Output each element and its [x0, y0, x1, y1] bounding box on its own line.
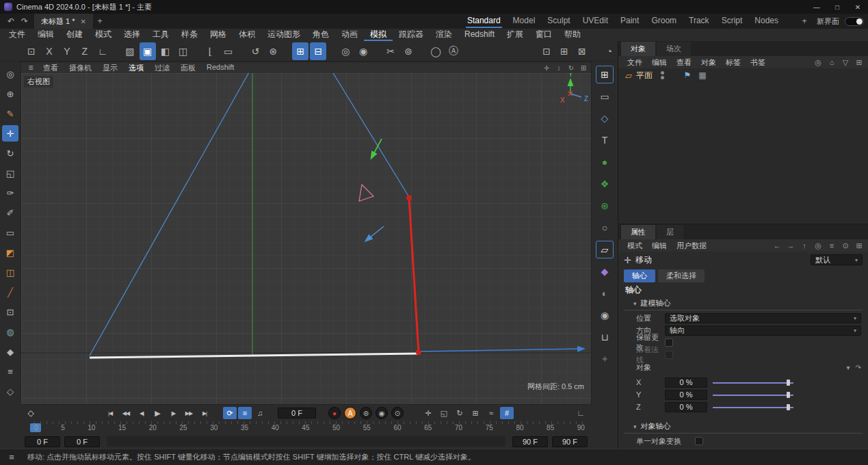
vp-menu-redshift[interactable]: Redshift	[202, 63, 238, 73]
axis-endpoint-bottom[interactable]	[416, 349, 421, 355]
axis-modify-button[interactable]: ⌊	[202, 42, 219, 60]
layout-standard[interactable]: Standard	[466, 14, 502, 28]
filter-icon[interactable]: ≡	[827, 241, 837, 250]
range-start-field[interactable]	[25, 436, 60, 447]
interactive-render-button[interactable]: ◔	[601, 42, 618, 60]
selection-paint-icon[interactable]: ✎	[2, 105, 18, 122]
goto-start-button[interactable]: |◀	[103, 407, 118, 419]
axis-lock-x-button[interactable]: X	[41, 42, 57, 60]
mode-tab-axis[interactable]: 轴心	[624, 269, 655, 282]
quantize-button[interactable]: ⊟	[310, 42, 326, 60]
layout-groom[interactable]: Groom	[650, 14, 678, 28]
record-pla-button[interactable]: ≈	[484, 407, 498, 419]
next-key-button[interactable]: ▶▶	[181, 407, 196, 419]
tweak-mode-button[interactable]: ⊛	[265, 42, 281, 60]
menu-volume[interactable]: 体积	[233, 29, 261, 41]
up-icon[interactable]: ↑	[800, 241, 809, 250]
viewport-menu-icon[interactable]: ≡	[24, 62, 38, 74]
x-percent-field[interactable]	[665, 377, 707, 388]
om-menu-edit[interactable]: 编辑	[647, 56, 672, 68]
redo-icon[interactable]: ↷	[18, 15, 31, 27]
preview-start-field[interactable]	[64, 436, 100, 447]
viewport-solo-icon[interactable]: ⊡	[23, 42, 40, 60]
record-parameter-button[interactable]: ⊞	[469, 407, 482, 419]
make-editable-button[interactable]: ▨	[122, 42, 138, 60]
pan-view-icon[interactable]: ✛	[542, 63, 551, 72]
environment-icon[interactable]: ◐	[596, 284, 614, 302]
reset-psr-button[interactable]: ↺	[247, 42, 263, 60]
sketch-spline-button[interactable]: ✐	[2, 204, 18, 221]
layout-uvedit[interactable]: UVEdit	[581, 14, 609, 28]
layout-paint[interactable]: Paint	[619, 14, 640, 28]
panel-icon[interactable]: ⊞	[854, 241, 864, 250]
menu-character[interactable]: 角色	[306, 29, 335, 41]
minimize-button[interactable]: —	[806, 0, 827, 14]
stage-object-icon[interactable]: ⊔	[596, 328, 614, 346]
frame-mode-button[interactable]: ▭	[220, 42, 237, 60]
bevel-tool-button[interactable]: ◆	[2, 343, 18, 360]
rectangle-spline-button[interactable]: ▭	[2, 224, 18, 241]
menu-tracker[interactable]: 跟踪器	[393, 29, 430, 41]
focus-icon[interactable]: ⊙	[841, 241, 850, 250]
volume-builder-button[interactable]: ◍	[2, 323, 18, 340]
extrude-primitive-button[interactable]: ◫	[2, 264, 18, 280]
rotate-tool-button[interactable]: ↻	[2, 145, 18, 161]
menu-window[interactable]: 窗口	[529, 29, 558, 41]
text-object-icon[interactable]: T	[596, 131, 614, 149]
axis-endpoint-top[interactable]	[406, 195, 412, 200]
props-menu-userdata[interactable]: 用户数据	[672, 239, 711, 252]
modeling-settings-button[interactable]: ✂	[382, 42, 399, 60]
phong-tag-icon[interactable]: ⚑	[682, 70, 693, 81]
texture-mode-button[interactable]: ◧	[157, 42, 174, 60]
cube-object-icon[interactable]: ◇	[596, 109, 614, 127]
add-tab-button[interactable]: +	[93, 15, 107, 27]
status-menu-icon[interactable]: ≡	[5, 451, 18, 464]
om-menu-view[interactable]: 查看	[672, 56, 696, 68]
vp-menu-cameras[interactable]: 摄像机	[65, 63, 96, 73]
record-position-button[interactable]: ✛	[421, 407, 435, 419]
menu-help[interactable]: 帮助	[558, 29, 587, 41]
om-tab-objects[interactable]: 对象	[621, 42, 655, 56]
stamp-tool-button[interactable]: ⊡	[2, 304, 18, 320]
menu-redshift[interactable]: Redshift	[458, 29, 501, 41]
zoom-icon[interactable]: ◎	[2, 66, 18, 82]
modeling-axis-group-header[interactable]: ▾ 建模轴心	[624, 297, 863, 310]
slider-thumb[interactable]	[787, 392, 790, 398]
menu-tools[interactable]: 工具	[146, 29, 175, 41]
menu-edit[interactable]: 编辑	[31, 29, 60, 41]
vp-menu-panel[interactable]: 面板	[176, 63, 200, 73]
fields-icon[interactable]: ⊛	[596, 197, 614, 215]
forward-icon[interactable]: →	[786, 241, 795, 250]
add-layout-button[interactable]: +	[798, 15, 811, 27]
next-frame-button[interactable]: |▶	[166, 407, 181, 419]
goto-end-button[interactable]: ▶|	[197, 407, 212, 419]
x-percent-slider[interactable]	[713, 377, 793, 388]
array-button[interactable]: ≡	[2, 363, 18, 380]
vp-menu-view[interactable]: 查看	[39, 63, 62, 73]
spline-object-icon[interactable]: ○	[596, 219, 614, 237]
timeline-ruler[interactable]: 051015202530354045505560657075808590	[25, 421, 588, 434]
record-button[interactable]: ●	[328, 407, 341, 419]
search-icon[interactable]: ◎	[813, 241, 823, 250]
capsule-button[interactable]: ◯	[428, 42, 444, 60]
om-menu-tags[interactable]: 标签	[721, 56, 746, 68]
z-percent-field[interactable]	[665, 402, 707, 412]
mode-tab-soft-selection[interactable]: 柔和选择	[658, 269, 705, 282]
render-picture-button[interactable]: ⊞	[556, 42, 573, 60]
model-mode-button[interactable]: ▣	[140, 42, 156, 60]
om-menu-object[interactable]: 对象	[696, 56, 721, 68]
keep-changes-checkbox[interactable]	[665, 338, 673, 347]
filter-icon[interactable]: ▽	[841, 57, 850, 67]
deformer-icon[interactable]: ◆	[596, 263, 614, 280]
command-settings-button[interactable]: ⊚	[400, 42, 417, 60]
add-keyframe-icon[interactable]: ◇	[25, 407, 37, 419]
vp-menu-display[interactable]: 显示	[98, 63, 122, 73]
object-name-label[interactable]: 平面	[636, 70, 653, 81]
slider-thumb[interactable]	[787, 380, 790, 386]
object-axis-group-header[interactable]: ▾ 对象轴心	[624, 420, 863, 434]
y-percent-field[interactable]	[665, 390, 707, 400]
preview-end-field[interactable]	[512, 436, 548, 447]
current-frame-field[interactable]	[278, 408, 316, 418]
timeline-panel-icon[interactable]: ∟	[574, 407, 588, 419]
rotate-view-icon[interactable]: ↻	[566, 63, 576, 72]
